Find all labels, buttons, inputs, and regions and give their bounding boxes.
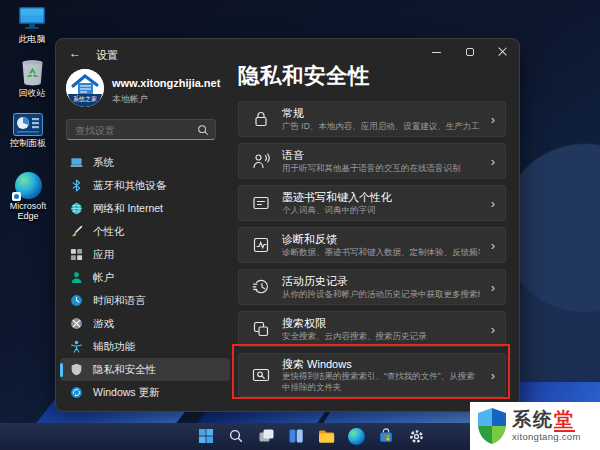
settings-cards: 常规广告 ID、本地内容、应用启动、设置建议、生产力工具 › 语音用于听写和其他…: [238, 101, 506, 397]
chevron-right-icon: ›: [491, 322, 495, 337]
account-type: 本地帐户: [112, 93, 148, 106]
card-title: 搜索 Windows: [282, 357, 480, 371]
sidebar-item-gaming[interactable]: 游戏: [60, 312, 230, 335]
search-icon: [228, 428, 244, 444]
maximize-button[interactable]: [453, 39, 486, 65]
desktop-icon-edge[interactable]: Microsoft Edge: [0, 172, 56, 222]
edge-icon: [15, 172, 42, 199]
chevron-right-icon: ›: [491, 238, 495, 253]
card-title: 墨迹书写和键入个性化: [282, 190, 480, 204]
card-title: 语音: [282, 148, 480, 162]
account-name: www.xitongzhijia.net: [112, 77, 220, 89]
file-explorer-button[interactable]: [316, 426, 336, 446]
diagnostics-icon: [251, 235, 271, 255]
sidebar-item-personalization[interactable]: 个性化: [60, 220, 230, 243]
globe-icon: [70, 202, 83, 215]
sidebar-item-label: 系统: [93, 156, 114, 170]
sidebar-item-accessibility[interactable]: 辅助功能: [60, 335, 230, 358]
chevron-right-icon: ›: [491, 280, 495, 295]
sidebar-item-apps[interactable]: 应用: [60, 243, 230, 266]
task-view-icon: [258, 428, 275, 445]
card-activity-history[interactable]: 活动历史记录从你的跨设备和帐户的活动历史记录中获取更多搜索结果的选项 ›: [238, 269, 506, 305]
sidebar-item-label: 辅助功能: [93, 340, 135, 354]
settings-sidebar: 系统 蓝牙和其他设备 网络和 Internet 个性化 应用 帐户 时间和语言: [60, 151, 230, 404]
card-title: 诊断和反馈: [282, 232, 480, 246]
sidebar-item-network-internet[interactable]: 网络和 Internet: [60, 197, 230, 220]
chevron-right-icon: ›: [491, 112, 495, 127]
sidebar-item-system[interactable]: 系统: [60, 151, 230, 174]
card-subtitle: 用于听写和其他基于语音的交互的在线语音识别: [282, 163, 480, 174]
widgets-icon: [288, 428, 304, 444]
search-icon: [197, 124, 209, 136]
account-avatar[interactable]: 系统之家: [66, 69, 104, 107]
window-controls: [420, 39, 519, 65]
sidebar-item-bluetooth-devices[interactable]: 蓝牙和其他设备: [60, 174, 230, 197]
card-title: 活动历史记录: [282, 274, 480, 288]
card-diagnostics-feedback[interactable]: 诊断和反馈诊断数据、墨迹书写和键入数据、定制体验、反馈频率 ›: [238, 227, 506, 263]
settings-window: ← 设置 系统之家 www.xitongzhijia.net 本地帐户 系统: [55, 38, 520, 412]
card-general[interactable]: 常规广告 ID、本地内容、应用启动、设置建议、生产力工具 ›: [238, 101, 506, 137]
card-subtitle: 更快得到结果的搜索索引、“查找我的文件”、从搜索中排除的文件夹: [282, 371, 480, 393]
speech-icon: [251, 151, 271, 171]
clock-icon: [70, 294, 83, 307]
desktop-icon-label: Microsoft Edge: [0, 201, 56, 222]
lock-icon: [251, 109, 271, 129]
card-subtitle: 广告 ID、本地内容、应用启动、设置建议、生产力工具: [282, 121, 480, 132]
edge-badge-icon: [12, 192, 21, 201]
card-speech[interactable]: 语音用于听写和其他基于语音的交互的在线语音识别 ›: [238, 143, 506, 179]
widgets-button[interactable]: [286, 426, 306, 446]
close-button[interactable]: [486, 39, 519, 65]
card-subtitle: 诊断数据、墨迹书写和键入数据、定制体验、反馈频率: [282, 247, 480, 258]
search-settings-box[interactable]: [66, 119, 216, 140]
desktop-icon-label: 此电脑: [4, 34, 60, 44]
accessibility-icon: [70, 340, 83, 353]
desktop-icon-recycle-bin[interactable]: 回收站: [4, 57, 60, 98]
sidebar-item-label: 个性化: [93, 225, 125, 239]
taskbar-search-button[interactable]: [226, 426, 246, 446]
search-windows-icon: [251, 365, 271, 385]
desktop-icon-label: 控制面板: [0, 138, 56, 148]
shield-logo-icon: [475, 406, 509, 446]
search-permissions-icon: [251, 319, 271, 339]
card-title: 搜索权限: [282, 316, 480, 330]
sidebar-item-time-language[interactable]: 时间和语言: [60, 289, 230, 312]
minimize-button[interactable]: [420, 39, 453, 65]
xbox-icon: [70, 317, 83, 330]
person-icon: [70, 271, 83, 284]
desktop-icon-control-panel[interactable]: 控制面板: [0, 113, 56, 148]
desktop-icon-this-pc[interactable]: 此电脑: [4, 6, 60, 44]
sidebar-item-accounts[interactable]: 帐户: [60, 266, 230, 289]
brush-icon: [70, 225, 83, 238]
sidebar-item-label: 帐户: [93, 271, 114, 285]
back-button[interactable]: ←: [69, 46, 81, 60]
sidebar-item-label: Windows 更新: [93, 386, 160, 400]
bluetooth-icon: [70, 179, 83, 192]
avatar-caption: 系统之家: [66, 95, 104, 104]
search-input[interactable]: [75, 121, 193, 140]
chevron-right-icon: ›: [491, 196, 495, 211]
task-view-button[interactable]: [256, 426, 276, 446]
sidebar-item-label: 时间和语言: [93, 294, 146, 308]
card-search-permissions[interactable]: 搜索权限安全搜索、云内容搜索、搜索历史记录 ›: [238, 311, 506, 347]
store-icon: [378, 428, 394, 444]
chevron-right-icon: ›: [491, 368, 495, 383]
card-subtitle: 安全搜索、云内容搜索、搜索历史记录: [282, 331, 480, 342]
this-pc-icon: [18, 6, 46, 32]
sidebar-item-label: 蓝牙和其他设备: [93, 179, 167, 193]
microsoft-store-button[interactable]: [376, 426, 396, 446]
sidebar-item-privacy-security[interactable]: 隐私和安全性: [60, 358, 230, 381]
apps-icon: [70, 248, 83, 261]
card-search-windows[interactable]: 搜索 Windows更快得到结果的搜索索引、“查找我的文件”、从搜索中排除的文件…: [238, 353, 506, 397]
chevron-right-icon: ›: [491, 154, 495, 169]
taskbar-edge-button[interactable]: [346, 426, 366, 446]
control-panel-icon: [13, 113, 43, 136]
card-title: 常规: [282, 106, 480, 120]
card-subtitle: 个人词典、词典中的字词: [282, 205, 480, 216]
start-button[interactable]: [196, 426, 216, 446]
taskbar-settings-button[interactable]: [406, 426, 426, 446]
page-title: 隐私和安全性: [238, 61, 370, 90]
shield-icon: [70, 363, 83, 376]
sidebar-item-windows-update[interactable]: Windows 更新: [60, 381, 230, 404]
update-icon: [70, 386, 83, 399]
card-inking-typing[interactable]: 墨迹书写和键入个性化个人词典、词典中的字词 ›: [238, 185, 506, 221]
